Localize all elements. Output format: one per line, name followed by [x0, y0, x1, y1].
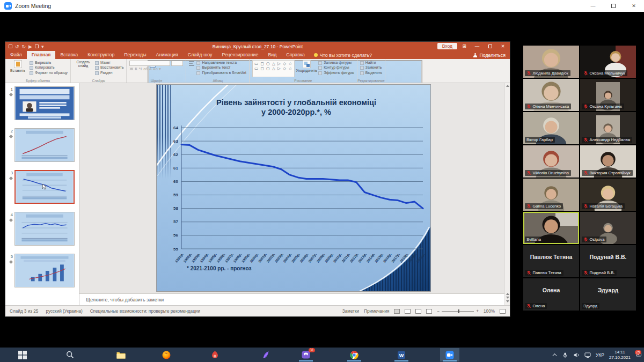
- slide-scrollbar[interactable]: [504, 83, 510, 305]
- taskbar-clock[interactable]: 14:11 27.10.2021: [609, 350, 631, 360]
- tab-Вставка[interactable]: Вставка: [55, 51, 83, 59]
- slide-sorter-icon[interactable]: [405, 309, 411, 314]
- ppt-minimize-button[interactable]: —: [471, 42, 483, 50]
- tab-Переходы[interactable]: Переходы: [119, 51, 151, 59]
- comments-toggle[interactable]: Примечания: [364, 309, 389, 314]
- language-indicator[interactable]: русский (Украина): [46, 309, 82, 314]
- participant-tile-Олена[interactable]: ОленаОлена: [523, 278, 579, 311]
- participant-tile-Людмила Давидюк[interactable]: Людмила Давидюк: [523, 46, 579, 78]
- next-slide-icon[interactable]: [506, 297, 509, 299]
- microphone-tray-icon[interactable]: [562, 352, 568, 358]
- undo-icon[interactable]: ↺: [15, 44, 19, 49]
- tab-Слайд-шоу[interactable]: Слайд-шоу: [183, 51, 217, 59]
- qat-more-icon[interactable]: ▾: [41, 44, 44, 49]
- redo-icon[interactable]: ↻: [22, 44, 26, 49]
- print-icon[interactable]: [35, 45, 39, 48]
- scroll-up-icon[interactable]: [506, 85, 509, 87]
- taskbar-zoom-icon[interactable]: [440, 348, 459, 361]
- taskbar-start-icon[interactable]: [13, 348, 32, 361]
- tab-Главная[interactable]: Главная: [27, 51, 56, 59]
- previous-slide-icon[interactable]: [506, 293, 509, 295]
- participant-tile-Павлюк Тетяна[interactable]: Павлюк ТетянаПавлюк Тетяна: [523, 245, 579, 277]
- slide-thumbnail-image[interactable]: [14, 254, 75, 287]
- slideshow-icon[interactable]: [426, 309, 432, 314]
- participant-tile-Osipova[interactable]: Osipova: [580, 212, 636, 244]
- participant-tile-Олена Менчинська[interactable]: Олена Менчинська: [523, 79, 579, 111]
- window-minimize-button[interactable]: —: [583, 0, 603, 12]
- tab-Рецензирование[interactable]: Рецензирование: [217, 51, 263, 59]
- tray-expand-icon[interactable]: [552, 353, 557, 358]
- paragraph-mini-icons[interactable]: [189, 60, 194, 77]
- action-center-icon[interactable]: 25: [635, 350, 642, 360]
- slide-counter[interactable]: Слайд 3 из 25: [10, 309, 38, 314]
- zoom-slider[interactable]: −+: [437, 309, 479, 314]
- копировать-button[interactable]: Копировать: [30, 65, 68, 70]
- slide-thumbnail-image[interactable]: [14, 212, 75, 246]
- slide-thumbnail-5[interactable]: 5: [8, 254, 75, 287]
- ppt-restore-button[interactable]: [484, 42, 496, 50]
- вырезать-button[interactable]: Вырезать: [30, 61, 68, 65]
- scroll-down-icon[interactable]: [506, 300, 509, 302]
- slide-thumbnail-panel[interactable]: 12345: [5, 83, 79, 305]
- participant-tile-Наталія Богацька[interactable]: Наталія Богацька: [580, 179, 636, 211]
- participant-tile-Віктор Гарбар[interactable]: Віктор Гарбар: [523, 112, 579, 144]
- выровнять-текст-button[interactable]: Выровнять текст: [196, 65, 246, 70]
- slide-title[interactable]: Рівень зайнятості у глобальній економіці…: [173, 98, 420, 117]
- вставить-button[interactable]: Вставить: [8, 60, 27, 77]
- раздел-button[interactable]: Раздел: [95, 71, 124, 75]
- taskbar-word-icon[interactable]: W: [392, 348, 411, 361]
- participant-tile-Александр Недбалюк[interactable]: Александр Недбалюк: [580, 112, 636, 144]
- slide-chart[interactable]: 555657585960616263641991р.1992р.1993р.19…: [157, 120, 430, 270]
- window-maximize-button[interactable]: [603, 0, 624, 12]
- participant-tile-Viktoriia Druzhynina[interactable]: Viktoriia Druzhynina: [523, 145, 579, 178]
- taskbar-search-icon[interactable]: [60, 348, 79, 361]
- volume-tray-icon[interactable]: [573, 352, 580, 358]
- tab-Конструктор[interactable]: Конструктор: [83, 51, 119, 59]
- slide-thumbnail-image[interactable]: [14, 170, 75, 204]
- shapes-gallery[interactable]: ▭ ◻ ○ △ ▷ ◇ ☆▭ ◻ ○ △ ▷ ◇ ☆: [252, 60, 295, 77]
- taskbar-chrome-icon[interactable]: [345, 348, 364, 361]
- notes-toggle[interactable]: Заметки: [342, 309, 359, 314]
- font-name-box[interactable]: [129, 61, 170, 66]
- taskbar-feather-app-icon[interactable]: [256, 348, 275, 361]
- normal-view-icon[interactable]: [394, 309, 400, 314]
- start-slideshow-icon[interactable]: ▶: [28, 44, 32, 49]
- font-К-button[interactable]: К: [135, 67, 137, 71]
- ppt-signin-button[interactable]: Вход: [437, 43, 457, 49]
- найти-button[interactable]: Найти: [360, 61, 382, 65]
- slide-thumbnail-1[interactable]: 1: [8, 86, 75, 120]
- формат-по-образцу-button[interactable]: Формат по образцу: [30, 71, 68, 75]
- макет-button[interactable]: Макет: [95, 61, 124, 65]
- ppt-quick-access-toolbar[interactable]: ↺ ↻ ▶ ▾: [9, 44, 44, 49]
- преобразовать-в-smartart-button[interactable]: Преобразовать в SmartArt: [196, 71, 246, 75]
- font-Ч-button[interactable]: Ч: [139, 67, 142, 71]
- participant-tile-Svitlana[interactable]: Svitlana: [523, 212, 579, 244]
- font-Ж-button[interactable]: Ж: [129, 67, 133, 71]
- participant-tile-Виктория Страпайчук[interactable]: Виктория Страпайчук: [580, 145, 636, 178]
- taskbar-file-explorer-icon[interactable]: [111, 348, 130, 361]
- ppt-share-button[interactable]: Поделиться: [473, 53, 506, 58]
- slide-thumbnail-image[interactable]: [14, 128, 75, 162]
- ribbon-display-options-icon[interactable]: ⊞: [458, 42, 470, 50]
- заливка-фигуры-button[interactable]: Заливка фигуры: [318, 61, 354, 65]
- направление-текста-button[interactable]: Направление текста: [196, 61, 246, 65]
- создать-слайд-button[interactable]: Создать слайд: [74, 60, 93, 77]
- current-slide[interactable]: Рівень зайнятості у глобальній економіці…: [157, 85, 430, 291]
- keyboard-language[interactable]: УКР: [596, 352, 604, 358]
- выделить-button[interactable]: Выделить: [360, 71, 382, 75]
- tab-Справка[interactable]: Справка: [281, 51, 310, 59]
- ppt-close-button[interactable]: ✕: [497, 42, 509, 50]
- tab-Вид[interactable]: Вид: [263, 51, 281, 59]
- slide-footnote[interactable]: * 2021-2100 рр. - прогноз: [187, 265, 252, 271]
- slide-thumbnail-4[interactable]: 4: [8, 212, 75, 246]
- accessibility-check[interactable]: Специальные возможности: проверьте реком…: [90, 309, 200, 314]
- slide-thumbnail-image[interactable]: [14, 86, 75, 120]
- slide-thumbnail-3[interactable]: 3: [8, 170, 75, 204]
- taskbar-firefox-icon[interactable]: [157, 348, 176, 361]
- font-size-box[interactable]: [171, 61, 183, 66]
- tab-Анимация[interactable]: Анимация: [151, 51, 183, 59]
- fit-to-window-icon[interactable]: [500, 309, 506, 314]
- participant-tile-Эдуард[interactable]: ЭдуардЭдуард: [580, 278, 636, 311]
- восстановить-button[interactable]: Восстановить: [95, 65, 124, 70]
- zoom-level[interactable]: 100%: [484, 309, 495, 314]
